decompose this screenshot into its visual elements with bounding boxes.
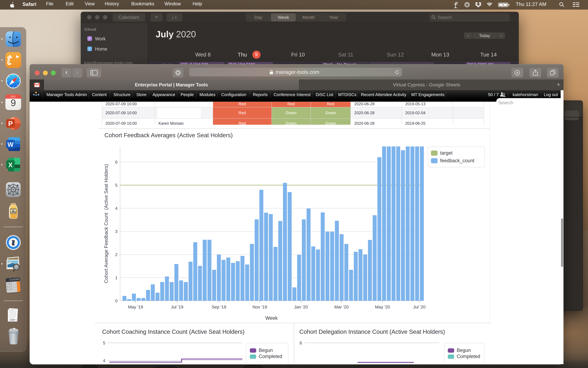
svg-text:Begun: Begun [457,348,471,353]
svg-text:Jul '19: Jul '19 [171,304,183,309]
svg-text:CSV: CSV [9,318,15,321]
svg-text:May '20: May '20 [375,304,390,309]
svg-text:5: 5 [103,341,105,345]
svg-text:Week: Week [265,315,278,321]
svg-text:Completed: Completed [457,354,480,359]
svg-text:Mar '20: Mar '20 [334,304,349,309]
svg-text:8: 8 [300,341,302,345]
svg-text:feedback_count: feedback_count [440,158,474,163]
svg-text:6: 6 [115,160,118,165]
svg-text:target: target [440,150,453,156]
svg-text:Sep '19: Sep '19 [212,304,226,309]
svg-text:W: W [7,141,14,148]
svg-text:P: P [8,120,13,127]
svg-text:5: 5 [115,183,118,188]
svg-text:Jan '20: Jan '20 [294,304,308,309]
svg-text:Cohort Average Feedback Count: Cohort Average Feedback Count (Active Se… [103,164,109,283]
svg-text:3: 3 [115,229,118,234]
svg-text:Completed: Completed [259,354,282,359]
svg-text:0: 0 [115,298,118,303]
svg-text:X: X [8,161,12,168]
svg-text:May '19: May '19 [128,304,143,309]
svg-text:4: 4 [115,206,118,211]
svg-text:Begun: Begun [259,348,273,353]
svg-text:2: 2 [115,252,118,257]
svg-text:Jul '20: Jul '20 [413,304,425,309]
svg-text:1: 1 [115,275,118,280]
svg-text:4: 4 [103,358,105,363]
svg-text:Nov '19: Nov '19 [253,304,267,309]
